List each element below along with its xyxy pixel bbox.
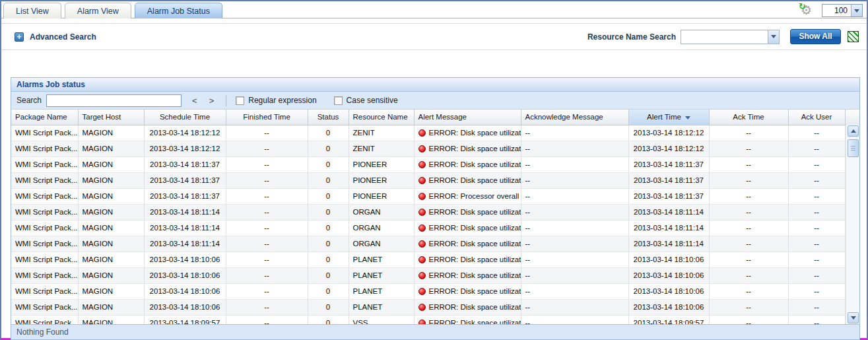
- column-header-target[interactable]: Target Host: [78, 110, 144, 125]
- tab-label: Alarm Job Status: [147, 7, 210, 16]
- cell-text: ZENIT: [353, 129, 375, 137]
- table-row[interactable]: WMI Script Pack...MAGION2013-03-14 18:09…: [11, 315, 859, 324]
- table-row[interactable]: WMI Script Pack...MAGION2013-03-14 18:10…: [11, 283, 859, 299]
- divider: [226, 95, 226, 106]
- search-input[interactable]: [46, 94, 182, 107]
- cell-ack_user: --: [788, 125, 845, 141]
- tab-alarm-view[interactable]: Alarm View: [65, 3, 131, 18]
- column-header-label: Alert Time: [647, 113, 681, 121]
- column-header-label: Package Name: [15, 113, 67, 121]
- cell-resource: ORGAN: [349, 204, 414, 220]
- cell-text: --: [264, 224, 269, 232]
- table-row[interactable]: WMI Script Pack...MAGION2013-03-14 18:11…: [11, 188, 859, 204]
- table-row[interactable]: WMI Script Pack...MAGION2013-03-14 18:11…: [11, 236, 859, 252]
- cell-schedule: 2013-03-14 18:10:06: [144, 283, 226, 299]
- table-row[interactable]: WMI Script Pack...MAGION2013-03-14 18:12…: [11, 141, 859, 156]
- cell-package: WMI Script Pack...: [11, 220, 78, 236]
- tab-list-view[interactable]: List View: [3, 3, 61, 18]
- cell-status: 0: [308, 252, 349, 267]
- column-header-ack_user[interactable]: Ack User: [788, 110, 845, 125]
- table-row[interactable]: WMI Script Pack...MAGION2013-03-14 18:11…: [11, 220, 859, 236]
- vertical-scrollbar[interactable]: [846, 125, 859, 324]
- cell-text: ERROR: Disk space utilizat...: [429, 255, 521, 263]
- cell-alert_time: 2013-03-14 18:12:12: [628, 141, 709, 156]
- cell-ack_time: --: [709, 172, 788, 188]
- resource-name-search-input[interactable]: [681, 30, 768, 44]
- table-row[interactable]: WMI Script Pack...MAGION2013-03-14 18:12…: [11, 125, 859, 141]
- cell-text: PIONEER: [353, 176, 387, 184]
- tab-label: List View: [16, 7, 49, 16]
- cell-text: MAGION: [83, 176, 114, 184]
- cell-text: 2013-03-14 18:11:14: [150, 208, 220, 216]
- cell-ack_time: --: [709, 204, 788, 220]
- column-header-finished[interactable]: Finished Time: [226, 110, 308, 125]
- column-header-label: Resource Name: [353, 113, 408, 121]
- app-frame: List View Alarm View Alarm Job Status ⚙ …: [0, 0, 868, 340]
- cell-schedule: 2013-03-14 18:09:57: [144, 315, 226, 324]
- search-prev-button[interactable]: <: [191, 96, 199, 106]
- cell-text: --: [264, 145, 269, 153]
- error-severity-icon: [418, 161, 426, 168]
- scroll-down-button[interactable]: [848, 312, 859, 323]
- cell-text: 0: [326, 271, 330, 279]
- table-header-row: Package NameTarget HostSchedule TimeFini…: [11, 110, 859, 125]
- cell-resource: ZENIT: [349, 125, 414, 141]
- cell-ack_user: --: [788, 141, 845, 156]
- scrollbar-thumb[interactable]: [848, 139, 859, 157]
- cell-text: ERROR: Disk space utilizat...: [429, 271, 521, 279]
- cell-resource: PIONEER: [349, 188, 414, 204]
- regular-expression-checkbox[interactable]: [236, 96, 244, 105]
- resource-search-dropdown-button[interactable]: [768, 30, 779, 44]
- column-header-ack_msg[interactable]: Acknowledge Message: [521, 110, 628, 125]
- column-header-label: Alert Message: [418, 113, 467, 121]
- column-header-resource[interactable]: Resource Name: [349, 110, 414, 125]
- cell-finished: --: [226, 156, 308, 172]
- cell-target: MAGION: [78, 299, 144, 315]
- cell-ack_user: --: [788, 204, 845, 220]
- cell-schedule: 2013-03-14 18:10:06: [144, 267, 226, 283]
- column-header-status[interactable]: Status: [308, 110, 349, 125]
- scroll-up-button[interactable]: [848, 125, 859, 137]
- column-header-label: Acknowledge Message: [525, 113, 603, 121]
- cell-text: --: [746, 192, 751, 200]
- page-size-dropdown-button[interactable]: [851, 5, 862, 17]
- advanced-search-label[interactable]: Advanced Search: [30, 32, 96, 42]
- case-sensitive-checkbox[interactable]: [334, 96, 343, 105]
- table-row[interactable]: WMI Script Pack...MAGION2013-03-14 18:11…: [11, 156, 859, 172]
- table-row[interactable]: WMI Script Pack...MAGION2013-03-14 18:11…: [11, 204, 859, 220]
- cell-resource: ZENIT: [349, 141, 414, 156]
- cell-ack_time: --: [709, 188, 788, 204]
- show-all-button[interactable]: Show All: [790, 29, 841, 44]
- cell-text: WMI Script Pack...: [15, 145, 78, 153]
- error-severity-icon: [418, 320, 426, 324]
- excel-export-icon[interactable]: [848, 31, 859, 42]
- cell-alert_time: 2013-03-14 18:10:06: [628, 299, 709, 315]
- page-size-select[interactable]: 100: [822, 4, 863, 17]
- cell-finished: --: [226, 315, 308, 324]
- tab-alarm-job-status[interactable]: Alarm Job Status: [135, 3, 222, 18]
- column-header-ack_time[interactable]: Ack Time: [709, 110, 788, 125]
- cell-status: 0: [308, 141, 349, 156]
- table-row[interactable]: WMI Script Pack...MAGION2013-03-14 18:11…: [11, 172, 859, 188]
- column-header-alert_time[interactable]: Alert Time: [628, 110, 709, 125]
- column-header-alert[interactable]: Alert Message: [414, 110, 521, 125]
- cell-text: ORGAN: [353, 208, 381, 216]
- refresh-settings-button[interactable]: ⚙ ↻: [799, 3, 815, 18]
- cell-text: --: [525, 319, 531, 324]
- cell-text: --: [814, 271, 819, 279]
- cell-text: --: [814, 145, 819, 153]
- column-header-package[interactable]: Package Name: [11, 110, 78, 125]
- table-row[interactable]: WMI Script Pack...MAGION2013-03-14 18:10…: [11, 299, 859, 315]
- cell-ack_time: --: [709, 156, 788, 172]
- cell-package: WMI Script Pack...: [11, 156, 78, 172]
- column-header-schedule[interactable]: Schedule Time: [144, 110, 226, 125]
- cell-text: --: [264, 319, 269, 324]
- table-row[interactable]: WMI Script Pack...MAGION2013-03-14 18:10…: [11, 267, 859, 283]
- table-row[interactable]: WMI Script Pack...MAGION2013-03-14 18:10…: [11, 252, 859, 267]
- cell-status: 0: [308, 283, 349, 299]
- advanced-search-expand-button[interactable]: +: [15, 32, 24, 42]
- cell-finished: --: [226, 283, 308, 299]
- cell-package: WMI Script Pack...: [11, 204, 78, 220]
- search-next-button[interactable]: >: [208, 96, 216, 106]
- cell-ack_user: --: [788, 299, 845, 315]
